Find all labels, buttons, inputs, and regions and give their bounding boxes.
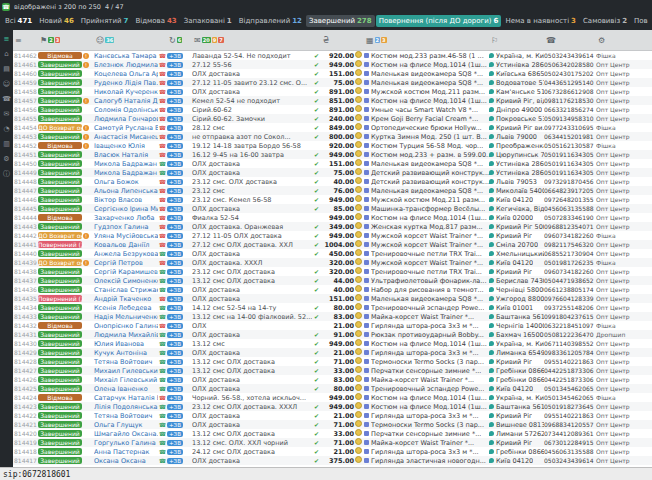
call-phone-icon[interactable]: ☎	[158, 232, 167, 239]
call-phone-icon[interactable]: ☎	[158, 79, 167, 86]
call-phone-icon[interactable]: ☎	[158, 439, 167, 446]
call-phone-icon[interactable]: ☎	[158, 106, 167, 113]
customer-name-link[interactable]: Ковальов Даніїл	[94, 241, 158, 249]
customer-name-link[interactable]: Михаіл Гілевський	[94, 376, 158, 384]
call-phone-icon[interactable]: ☎	[158, 457, 167, 464]
table-row[interactable]: 814434 Завершений ! Ксенія Лебедева ☎ +З…	[13, 303, 652, 312]
customer-name-link[interactable]: Канєвська Тамара	[94, 52, 158, 60]
callback-badge[interactable]: +ЗВ	[167, 188, 183, 194]
filter-tab[interactable]: Нема в наявності3	[502, 15, 579, 27]
callback-badge[interactable]: +ЗВ	[167, 62, 183, 68]
callback-badge[interactable]: +ЗВ	[167, 161, 183, 167]
table-row[interactable]: 814442 ДО Возврат ок. ! Уляна Мусійовськ…	[13, 231, 652, 240]
mail-icon[interactable]: ✉	[4, 110, 10, 118]
customer-name-link[interactable]: Станіслав Стрижак	[94, 286, 158, 294]
callback-badge[interactable]: +ЗВ	[167, 89, 183, 95]
customer-name-link[interactable]: Сергієнко Ірина Ми...	[94, 205, 158, 213]
filter-tab[interactable]: Запаковані1	[181, 15, 235, 27]
call-phone-icon[interactable]: ☎	[158, 115, 167, 122]
customer-name-link[interactable]: Микола Бадражан	[94, 169, 158, 177]
call-phone-icon[interactable]: ☎	[158, 448, 167, 455]
callback-badge[interactable]: +ЗВ	[167, 107, 183, 113]
customer-name-link[interactable]: Ольга Божок	[94, 178, 158, 186]
call-phone-icon[interactable]: ☎	[158, 412, 167, 419]
delivery-column[interactable]: ⚐	[489, 36, 544, 45]
callback-badge[interactable]: +ЗВ	[167, 341, 183, 347]
table-row[interactable]: 814431 Завершений ! Людмила Михайлів... …	[13, 330, 652, 339]
call-phone-icon[interactable]: ☎	[158, 223, 167, 230]
callback-badge[interactable]: +ЗВ	[167, 377, 183, 383]
callback-badge[interactable]: +ЗВ	[167, 269, 183, 275]
table-row[interactable]: 814422 Завершений ! Тетяна Войтович ☎ +З…	[13, 411, 652, 420]
call-phone-icon[interactable]: ☎	[158, 349, 167, 356]
callback-badge[interactable]: +ЗВ	[167, 413, 183, 419]
call-phone-icon[interactable]: ☎	[158, 241, 167, 248]
call-phone-icon[interactable]: ☎	[158, 97, 167, 104]
call-phone-icon[interactable]: ☎	[158, 304, 167, 311]
call-phone-icon[interactable]: ☎	[158, 250, 167, 257]
customer-column[interactable]: ☺36	[94, 36, 158, 45]
table-row[interactable]: 814429 Завершений ! Кучук Антоніна ☎ +ЗВ…	[13, 348, 652, 357]
customer-name-link[interactable]: Микола Бадражан	[94, 160, 158, 168]
callback-badge[interactable]: +ЗВ	[167, 431, 183, 437]
callback-badge[interactable]: +ЗВ	[167, 332, 183, 338]
table-row[interactable]: 814430 Завершений ! Юлия Иванова ☎ +ЗВ 1…	[13, 339, 652, 348]
call-phone-icon[interactable]: ☎	[158, 151, 167, 158]
callback-badge[interactable]: +ЗВ	[167, 278, 183, 284]
table-row[interactable]: 814453 Завершений ! Анастасія Мисанець ☎…	[13, 132, 652, 141]
call-phone-icon[interactable]: ☎	[158, 331, 167, 338]
callback-badge[interactable]: +ЗВ	[167, 350, 183, 356]
call-phone-icon[interactable]: ☎	[158, 313, 167, 320]
customer-name-link[interactable]: Андрій Ткаченко	[94, 295, 158, 303]
call-phone-icon[interactable]: ☎	[158, 259, 167, 266]
customer-name-link[interactable]: Соломія Одолінська	[94, 106, 158, 114]
callback-badge[interactable]: +ЗВ	[167, 440, 183, 446]
table-row[interactable]: 814460 Завершений ! Коцелева Ольга Ар...…	[13, 69, 652, 78]
callback-badge[interactable]: +ЗВ	[167, 287, 183, 293]
callback-badge[interactable]: +ЗВ	[167, 71, 183, 77]
filter-tab[interactable]: Відмова43	[132, 15, 179, 27]
status-column[interactable]: ⚑23	[38, 36, 94, 45]
customer-name-link[interactable]: Людмила Гончарова	[94, 115, 158, 123]
menu-icon[interactable]: ≡	[4, 35, 10, 43]
callback-badge[interactable]: +ЗВ	[167, 224, 183, 230]
callback-badge[interactable]: +ЗВ	[167, 395, 183, 401]
call-phone-icon[interactable]: ☎	[158, 196, 167, 203]
call-phone-icon[interactable]: ☎	[158, 61, 167, 68]
call-phone-icon[interactable]: ☎	[158, 376, 167, 383]
table-row[interactable]: 814417 Завершений ! Оксана Оксана ☎ +ЗВ …	[13, 456, 652, 465]
customer-name-link[interactable]: Гудзпох Галина	[94, 223, 158, 231]
callback-badge[interactable]: +ЗВ	[167, 152, 183, 158]
table-row[interactable]: 814440 Завершений ! Анжела Безрукова ☎ +…	[13, 249, 652, 258]
customer-name-link[interactable]: Шмагайло Оксана...	[94, 430, 158, 438]
callback-badge[interactable]: +ЗВ	[167, 98, 183, 104]
call-phone-icon[interactable]: ☎	[158, 277, 167, 284]
table-row[interactable]: 814450 Завершений ! Микола Бадражан ☎ +З…	[13, 159, 652, 168]
callback-badge[interactable]: +ЗВ	[167, 143, 183, 149]
call-phone-icon[interactable]: ☎	[158, 169, 167, 176]
customer-name-link[interactable]: Самотуй Руслана Во...	[94, 124, 158, 132]
callback-badge[interactable]: +ЗВ	[167, 251, 183, 257]
customer-name-link[interactable]: Уляна Мусійовська	[94, 232, 158, 240]
select-column[interactable]: ≡	[13, 36, 38, 45]
call-phone-icon[interactable]: ☎	[158, 295, 167, 302]
table-row[interactable]: 814449 Завершений ! Микола Бадражан ☎ +З…	[13, 168, 652, 177]
phone-column[interactable]: ☎	[544, 36, 596, 45]
products-column[interactable]: ▦23	[364, 36, 489, 45]
customer-name-link[interactable]: Анна Пастернак	[94, 448, 158, 456]
table-row[interactable]: 814438 Завершений ! Сергій Карамишев ☎ +…	[13, 267, 652, 276]
table-row[interactable]: 814439 ДО Возврат ок. ! Сергій Петров ☎ …	[13, 258, 652, 267]
filter-tab[interactable]: Прийнятий7	[78, 15, 132, 27]
callback-badge[interactable]: +ЗВ	[167, 233, 183, 239]
table-row[interactable]: 814424 Відмова ! Сатарчук Наталія Б... ☎…	[13, 393, 652, 402]
customer-name-link[interactable]: Салогуб Наталія Дм...	[94, 97, 158, 105]
call-phone-icon[interactable]: ☎	[158, 403, 167, 410]
callback-badge[interactable]: +ЗВ	[167, 386, 183, 392]
customer-name-link[interactable]: Альона Липенська	[94, 187, 158, 195]
customer-name-link[interactable]: Олексій Симоненко	[94, 277, 158, 285]
customer-name-link[interactable]: Оксана Оксана	[94, 457, 158, 465]
callback-badge[interactable]: +ЗВ	[167, 305, 183, 311]
call-phone-icon[interactable]: ☎	[158, 358, 167, 365]
callback-badge[interactable]: +ЗВ	[167, 323, 183, 329]
callback-badge[interactable]: +ЗВ	[167, 215, 183, 221]
